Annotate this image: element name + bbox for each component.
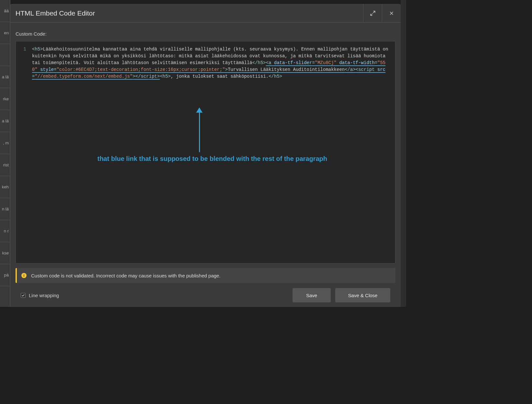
info-icon: i <box>21 273 27 278</box>
text-token: Turvallisen Lääkityksen Auditointilomakk… <box>228 67 345 72</box>
text-token: , jonka tulokset saat sähköpostiisi. <box>171 74 269 79</box>
bg-cell: a lä <box>0 110 10 132</box>
attr-token: data-tf-width <box>339 60 374 65</box>
save-button[interactable]: Save <box>293 288 331 302</box>
tag-token: > <box>225 67 228 72</box>
eq-token: = <box>312 60 315 65</box>
string-token: "MZu8Cj" <box>315 60 337 65</box>
bg-cell: kse <box>0 242 10 264</box>
annotation-arrow-icon <box>194 107 204 153</box>
tag-token: <h5> <box>160 74 171 79</box>
line-wrapping-option[interactable]: Line wrapping <box>21 293 288 298</box>
line-wrapping-label: Line wrapping <box>29 293 59 298</box>
tag-token: <h5> <box>32 47 43 52</box>
modal-title: HTML Embed Code Editor <box>16 9 363 17</box>
modal-header: HTML Embed Code Editor <box>10 4 401 23</box>
attr-token: data-tf-slider <box>274 60 312 65</box>
code-editor[interactable]: 1 <h5>Lääkehoitosuunnitelma kannattaa ai… <box>16 41 395 264</box>
line-wrapping-checkbox[interactable] <box>21 293 26 298</box>
tag-token: ipt> <box>149 74 160 79</box>
background-left-column: ää en a lä rke a lä , m rist keh n lä n … <box>0 0 10 307</box>
save-and-close-button[interactable]: Save & Close <box>335 288 390 302</box>
eq-token: = <box>54 67 56 72</box>
tag-token: <a <box>266 60 274 65</box>
bg-cell: rist <box>0 154 10 176</box>
html-embed-modal: HTML Embed Code Editor Custom Code: 1 <h… <box>10 4 401 307</box>
modal-footer: Line wrapping Save Save & Close <box>16 283 395 307</box>
tag-token: </h5> <box>252 60 266 65</box>
code-textarea[interactable]: <h5>Lääkehoitosuunnitelma kannattaa aina… <box>29 41 395 263</box>
bg-cell: , m <box>0 132 10 154</box>
validation-warning: i Custom code is not validated. Incorrec… <box>16 268 395 283</box>
background-right-column <box>401 0 406 307</box>
warning-message: Custom code is not validated. Incorrect … <box>31 273 220 278</box>
custom-code-label: Custom Code: <box>16 31 395 37</box>
bg-cell: pä <box>0 264 10 286</box>
bg-cell: n lä <box>0 198 10 220</box>
attr-token: src <box>377 67 385 72</box>
eq-token: = <box>375 60 377 65</box>
bg-cell: rke <box>0 88 10 110</box>
bg-cell: ää <box>0 0 10 22</box>
close-button[interactable] <box>382 4 401 23</box>
line-number-gutter: 1 <box>16 41 29 263</box>
bg-cell: n r <box>0 220 10 242</box>
string-token: "color:#6EC4D7;text-decoration;font-size… <box>57 67 225 72</box>
annotation-text: that blue link that is supposed to be bl… <box>29 155 395 162</box>
expand-icon <box>370 10 376 16</box>
line-number: 1 <box>16 46 26 53</box>
attr-token: style <box>40 67 54 72</box>
modal-body: Custom Code: 1 <h5>Lääkehoitosuunnitelma… <box>10 23 401 307</box>
string-token: "//embed.typeform.com/next/embed.js" <box>35 74 132 79</box>
close-icon <box>389 10 394 16</box>
tag-token: </a> <box>345 67 356 72</box>
expand-button[interactable] <box>363 4 382 23</box>
tag-token: <script <box>356 67 377 72</box>
bg-cell: a lä <box>0 66 10 88</box>
bg-cell: keh <box>0 176 10 198</box>
bg-cell <box>0 44 10 66</box>
check-icon <box>21 294 25 297</box>
bg-cell: en <box>0 22 10 44</box>
tag-token: ></scr <box>133 74 149 79</box>
space-token <box>38 67 40 72</box>
tag-token: </h5> <box>269 74 282 79</box>
